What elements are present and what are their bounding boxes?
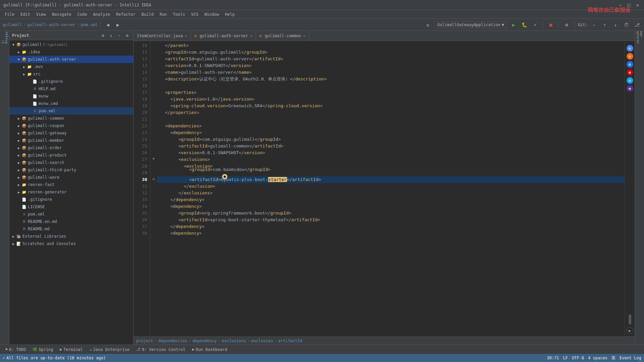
tree-item-helpmd[interactable]: M HELP.md	[9, 85, 133, 93]
menu-run[interactable]: Run	[157, 11, 170, 17]
settings-button[interactable]: ⚙	[562, 20, 571, 29]
tree-arrow-idea: ▶	[16, 49, 21, 55]
tab-common[interactable]: m gulimall-common ✕	[256, 31, 309, 41]
bc-dependencies[interactable]: dependencies	[158, 339, 187, 343]
tab-close-auth-server[interactable]: ✕	[250, 34, 253, 38]
tree-item-scratches[interactable]: ▶ 📝 Scratches and Consoles	[9, 240, 133, 247]
menu-edit[interactable]: Edit	[18, 11, 33, 17]
tree-item-gitignore1[interactable]: 📄 .gitignore	[9, 78, 133, 85]
menu-analyze[interactable]: Analyze	[90, 11, 113, 17]
event-log-label[interactable]: Event Log	[620, 356, 641, 360]
bottom-tab-spring[interactable]: 🌿 Spring	[30, 347, 56, 353]
code-line-26: <version>0.0.1-SNAPSHOT</version>	[157, 149, 625, 156]
project-icon[interactable]: 1: Project	[0, 32, 9, 41]
scrollbar-thumb[interactable]	[629, 314, 631, 324]
bottom-tab-terminal[interactable]: ▶ Terminal	[57, 347, 86, 353]
tree-item-renren-fast[interactable]: ▶ 📁 renren-fast	[9, 181, 133, 188]
menu-file[interactable]: File	[2, 11, 17, 17]
edge-icon[interactable]: ●	[627, 61, 633, 68]
tree-item-product[interactable]: ▶ 📦 gulimall-product	[9, 152, 133, 159]
menu-view[interactable]: View	[34, 11, 49, 17]
tab-close-itemcontroller[interactable]: ✕	[185, 34, 187, 38]
bc-exclusion[interactable]: exclusion	[251, 339, 273, 343]
close-button[interactable]: ✕	[635, 2, 641, 8]
forward-button[interactable]: ▶	[113, 20, 122, 29]
run-config-selector[interactable]: GulimallGatewayApplication ▼	[434, 21, 507, 28]
breadcrumb-gulimall[interactable]: gulimall	[3, 22, 22, 27]
opera-icon[interactable]: ●	[627, 69, 633, 76]
git-history-button[interactable]: ⏱	[622, 20, 631, 29]
menu-tools[interactable]: Tools	[170, 11, 188, 17]
tree-label-coupon: gulimall-coupon	[28, 123, 64, 128]
breadcrumb-pom[interactable]: pom.xml	[81, 22, 98, 27]
panel-gear-icon[interactable]: ⚙	[124, 32, 130, 39]
bottom-tab-todo[interactable]: ⚑ 6: TODO	[3, 347, 29, 353]
tree-item-src[interactable]: ▶ 📁 src	[9, 70, 133, 78]
menu-vcs[interactable]: VCS	[189, 11, 201, 17]
coverage-button[interactable]: ⚡	[531, 20, 539, 29]
tree-item-ext-libs[interactable]: ▶ 📚 External Libraries	[9, 233, 133, 240]
tree-item-pom-root[interactable]: X pom.xml	[9, 210, 133, 218]
firefox-icon[interactable]: ●	[627, 53, 633, 60]
bc-dependency[interactable]: dependency	[193, 339, 217, 343]
tree-item-gulimall[interactable]: ▼ 📦 gulimall F:\gulimall	[9, 41, 133, 48]
tree-item-license[interactable]: 📄 LICENSE	[9, 203, 133, 210]
bottom-tab-java-enterprise[interactable]: ☕ Java Enterprise	[87, 347, 132, 353]
panel-expand-icon[interactable]: ↕	[108, 32, 114, 39]
code-area[interactable]: </parent> <groupId>com.atguigu.gulimall<…	[157, 41, 625, 337]
bottom-tab-run-dashboard[interactable]: ▶ Run Dashboard	[190, 347, 230, 353]
tree-item-gateway[interactable]: ▶ 📦 gulimall-gateway	[9, 129, 133, 137]
menu-window[interactable]: Window	[202, 11, 221, 17]
bottom-tab-version-control[interactable]: ⎇ 9: Version Control	[133, 347, 188, 353]
tree-item-search[interactable]: ▶ 📦 gulimall-search	[9, 159, 133, 166]
tree-item-auth-server[interactable]: ▼ 📦 gulimall-auth-server	[9, 56, 133, 63]
play-icon[interactable]: ▶	[627, 327, 633, 334]
tree-item-readme[interactable]: M README.md	[9, 225, 133, 233]
tree-item-readme-en[interactable]: M README.en.md	[9, 218, 133, 225]
tree-item-third-party[interactable]: ▶ 📦 gulimall-third-party	[9, 166, 133, 174]
chrome-icon[interactable]: ●	[627, 45, 633, 52]
sync-button[interactable]: ↻	[424, 20, 432, 29]
tree-item-ware[interactable]: ▶ 📦 gulimall-ware	[9, 174, 133, 181]
edge-legacy-icon[interactable]: ●	[627, 85, 633, 92]
git-push-button[interactable]: ↑	[600, 20, 609, 29]
debug-button[interactable]: 🐛	[520, 20, 529, 29]
tree-item-coupon[interactable]: ▶ 📦 gulimall-coupon	[9, 122, 133, 129]
tree-item-idea[interactable]: ▶ 📁 .idea	[9, 48, 133, 56]
bc-project[interactable]: project	[136, 339, 153, 343]
tab-close-common[interactable]: ✕	[303, 34, 306, 38]
status-position[interactable]: 30:71	[547, 356, 559, 360]
menu-refactor[interactable]: Refactor	[113, 11, 138, 17]
bc-artifactid[interactable]: artifactId	[278, 339, 302, 343]
stop-button[interactable]: ■	[546, 20, 555, 29]
tree-item-common[interactable]: ▶ 📦 gulimall-common	[9, 115, 133, 122]
status-indent[interactable]: 4 spaces	[588, 356, 607, 360]
run-button[interactable]: ▶	[509, 20, 518, 29]
tab-auth-server[interactable]: m gulimall-auth-server ✕	[191, 31, 256, 41]
tree-item-order[interactable]: ▶ 📦 gulimall-order	[9, 144, 133, 152]
status-encoding[interactable]: UTF-8	[572, 356, 584, 360]
back-button[interactable]: ◀	[103, 20, 112, 29]
bc-exclusions[interactable]: exclusions	[222, 339, 246, 343]
panel-close-icon[interactable]: −	[116, 32, 122, 39]
tree-item-mvnw[interactable]: 📄 mvnw	[9, 93, 133, 100]
panel-settings-icon[interactable]: ⚙	[100, 32, 106, 39]
git-branch-button[interactable]: ⎇	[633, 20, 641, 29]
menu-help[interactable]: Help	[222, 11, 237, 17]
git-commit-button[interactable]: ✓	[590, 20, 598, 29]
menu-navigate[interactable]: Navigate	[49, 11, 74, 17]
tree-item-gitignore-root[interactable]: 📄 .gitignore	[9, 196, 133, 203]
tree-item-pom-authserver[interactable]: X pom.xml	[9, 107, 133, 115]
git-pull-button[interactable]: ↓	[611, 20, 620, 29]
tree-item-mvnwcmd[interactable]: 📄 mvnw.cmd	[9, 100, 133, 107]
menu-code[interactable]: Code	[75, 11, 90, 17]
tree-item-renren-gen[interactable]: ▶ 📁 renren-generator	[9, 188, 133, 196]
breadcrumb-auth-server[interactable]: gulimall-auth-server	[27, 22, 76, 27]
tree-item-mvn[interactable]: ▶ 📁 .mvn	[9, 63, 133, 70]
ie-icon[interactable]: ●	[627, 77, 633, 84]
menu-build[interactable]: Build	[139, 11, 156, 17]
tab-itemcontroller[interactable]: ItemController.java ✕	[133, 31, 191, 41]
tree-item-member[interactable]: ▶ 📦 gulimall-member	[9, 137, 133, 144]
bean-explorer-icon[interactable]: Bean Explorer	[635, 32, 644, 41]
tree-label-readme-en: README.en.md	[28, 219, 57, 224]
